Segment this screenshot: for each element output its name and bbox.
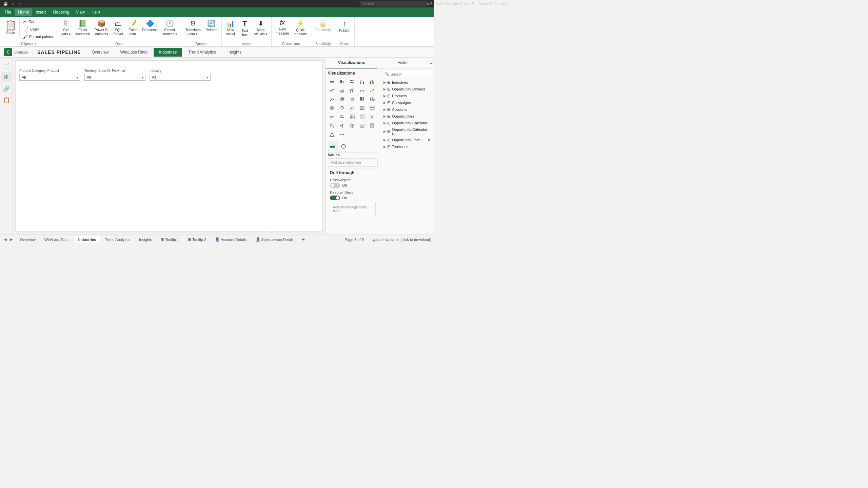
new-measure-button[interactable]: fx Newmeasure: [274, 18, 291, 37]
paste-button[interactable]: 📋 Paste: [2, 18, 20, 36]
recent-sources-button[interactable]: 🕐 Recentsources ▾: [160, 18, 179, 37]
viz-treemap[interactable]: [358, 95, 366, 103]
nav-tab-win-loss[interactable]: Win/Loss Ratio: [115, 48, 153, 57]
page-tab-salesperson-details[interactable]: 👤 Salesperson Details: [251, 236, 299, 243]
viz-gauge[interactable]: [348, 104, 356, 112]
page-tab-tooltip-1[interactable]: ▣ Tooltip 1: [156, 236, 183, 243]
viz-stacked-col[interactable]: [358, 78, 366, 86]
nav-tab-insights[interactable]: Insights: [222, 48, 247, 57]
industry-select[interactable]: All: [150, 74, 211, 81]
viz-kpi[interactable]: KPI: [328, 113, 336, 121]
new-visual-button[interactable]: 📊 Newvisual: [224, 18, 237, 37]
sidebar-model-icon[interactable]: 🔗: [1, 83, 12, 94]
viz-fields-icon[interactable]: [328, 142, 337, 151]
menu-insert[interactable]: Insert: [32, 8, 49, 16]
viz-decomp-tree[interactable]: [338, 122, 346, 130]
fields-search-input[interactable]: [391, 72, 430, 76]
update-available[interactable]: Update available (click to download): [372, 238, 431, 242]
menu-home[interactable]: Home: [15, 8, 32, 16]
field-group-opp-calendar-header[interactable]: ▶ ⊞ Opportunity Calendar: [382, 120, 432, 126]
viz-r-visual[interactable]: R: [368, 113, 376, 121]
page-tab-overview[interactable]: Overview: [16, 236, 40, 243]
drill-through-placeholder[interactable]: Add drill-through fields here: [330, 203, 376, 215]
page-tab-account-details[interactable]: 👤 Account Details: [211, 236, 251, 243]
viz-area[interactable]: [338, 86, 346, 95]
viz-waterfall[interactable]: [368, 86, 376, 95]
field-group-opp-calendar-2-header[interactable]: ▶ ⊞ Opportunity Calendar (...: [382, 127, 432, 136]
menu-help[interactable]: Help: [88, 8, 103, 16]
field-group-territories-header[interactable]: ▶ ⊞ Territories: [382, 144, 432, 150]
viz-pie[interactable]: [338, 95, 346, 103]
sidebar-dax-icon[interactable]: 📋: [1, 95, 12, 105]
menu-view[interactable]: View: [73, 8, 88, 16]
product-category-select[interactable]: All: [19, 74, 80, 81]
viz-scatter[interactable]: [328, 95, 336, 103]
add-data-fields-placeholder[interactable]: Add data fields here: [328, 158, 378, 167]
cut-button[interactable]: ✂ Cut: [22, 18, 55, 25]
transform-data-button[interactable]: ⚙ Transformdata ▾: [183, 18, 203, 37]
page-tab-trend-analytics[interactable]: Trend Analytics: [100, 236, 135, 243]
viz-clustered-bar[interactable]: [338, 78, 346, 86]
viz-matrix[interactable]: [358, 113, 366, 121]
viz-line-clustered[interactable]: [348, 86, 356, 95]
title-bar-search-input[interactable]: [359, 1, 427, 6]
tab-fields[interactable]: Fields: [377, 58, 429, 68]
field-group-accounts-header[interactable]: ▶ ⊞ Accounts: [382, 106, 432, 113]
territory-select[interactable]: All: [84, 74, 145, 81]
page-tab-insights[interactable]: Insights: [135, 236, 156, 243]
sidebar-table-icon[interactable]: ⊞: [1, 72, 12, 82]
viz-clustered-col[interactable]: [368, 78, 376, 86]
more-visuals-button[interactable]: ⬇ Morevisuals ▾: [252, 18, 269, 37]
quick-measure-button[interactable]: ⚡ Quickmeasure: [292, 18, 309, 37]
viz-map[interactable]: [368, 95, 376, 103]
get-data-button[interactable]: 🗄 Getdata ▾: [59, 18, 73, 37]
copy-button[interactable]: 📄 Copy: [22, 26, 55, 33]
field-group-opp-owners-header[interactable]: ▶ ⊞ Opportunity Owners: [382, 86, 432, 92]
save-icon[interactable]: 💾: [3, 1, 8, 6]
tab-visualizations[interactable]: Visualizations: [326, 58, 377, 68]
excel-button[interactable]: 📗 Excelworkbook: [74, 18, 92, 37]
viz-slicer[interactable]: [338, 113, 346, 121]
nav-tab-overview[interactable]: Overview: [86, 48, 114, 57]
nav-tab-trend-analytics[interactable]: Trend Analytics: [183, 48, 221, 57]
viz-more-visuals[interactable]: [338, 130, 346, 139]
field-group-products-header[interactable]: ▶ ⊞ Products: [382, 93, 432, 99]
page-tab-next[interactable]: ▶: [9, 237, 14, 242]
viz-python[interactable]: Py: [328, 122, 336, 130]
nav-tab-industries[interactable]: Industries: [154, 48, 182, 57]
page-tab-win-loss[interactable]: Win/Loss Ratio: [40, 236, 74, 243]
format-painter-button[interactable]: 🖌 Format painter: [22, 33, 55, 40]
canvas[interactable]: Product Category, Product All Territory,…: [16, 60, 323, 232]
viz-card[interactable]: 42: [358, 104, 366, 112]
viz-donut[interactable]: [348, 95, 356, 103]
field-group-industries-header[interactable]: ▶ ⊞ Industries: [382, 79, 432, 85]
viz-paginated-report[interactable]: [368, 122, 376, 130]
viz-key-influencers[interactable]: [348, 122, 356, 130]
text-box-button[interactable]: T Textbox: [238, 18, 252, 38]
viz-100-stacked-bar[interactable]: [348, 78, 356, 86]
redo-icon[interactable]: ↪: [18, 1, 23, 6]
viz-azure-map[interactable]: [338, 104, 346, 112]
page-tab-industries[interactable]: Industries: [74, 236, 101, 243]
undo-icon[interactable]: ↩: [10, 1, 16, 6]
page-tab-prev[interactable]: ◀: [3, 237, 8, 242]
field-group-opps-header[interactable]: ▶ ⊞ Opportunities: [382, 113, 432, 119]
viz-stacked-bar[interactable]: [328, 78, 336, 86]
menu-file[interactable]: File: [1, 8, 15, 16]
sidebar-report-icon[interactable]: 📄: [1, 60, 12, 70]
cross-report-toggle[interactable]: [330, 183, 340, 188]
enter-data-button[interactable]: 📝 Enterdata: [126, 18, 139, 37]
power-bi-datasets-button[interactable]: 📦 Power BIdatasets: [93, 18, 111, 37]
viz-smart-narrative[interactable]: [358, 122, 366, 130]
dataverse-button[interactable]: 🔷 Dataverse: [140, 18, 160, 33]
field-group-campaigns-header[interactable]: ▶ ⊞ Campaigns: [382, 100, 432, 106]
publish-button[interactable]: ↑ Publish: [337, 18, 352, 34]
page-tab-tooltip-2[interactable]: ▣ Tooltip 2: [183, 236, 211, 243]
viz-ribbon[interactable]: [358, 86, 366, 95]
field-group-opp-fore-header[interactable]: ▶ ⊞ Opportunity Fore... fx: [382, 137, 432, 143]
viz-table[interactable]: [348, 113, 356, 121]
viz-line[interactable]: [328, 86, 336, 95]
add-page-button[interactable]: +: [299, 236, 307, 243]
sql-server-button[interactable]: 🗃 SQLServer: [111, 18, 125, 37]
viz-shape[interactable]: [328, 130, 336, 139]
